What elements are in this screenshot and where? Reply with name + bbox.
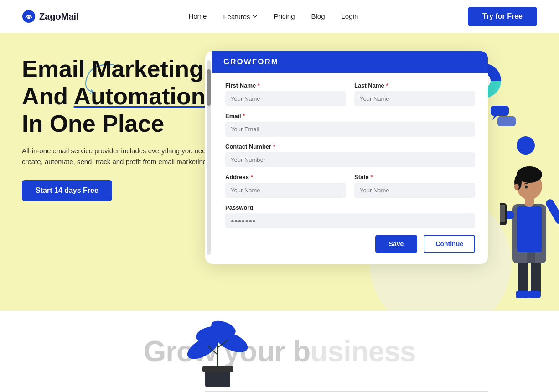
form-body: First Name * Last Name * [212,73,488,264]
save-button[interactable]: Save [375,235,418,253]
svg-rect-22 [517,206,542,252]
plant-illustration [178,311,255,392]
svg-point-32 [525,186,528,189]
password-input[interactable] [225,213,475,228]
address-input[interactable] [225,183,346,198]
svg-rect-18 [516,291,529,298]
form-group-first-name: First Name * [225,82,346,106]
password-label: Password [225,204,475,211]
address-required: * [251,174,253,181]
svg-rect-9 [497,116,516,126]
state-input[interactable] [354,183,475,198]
deco-person-illustration [500,127,559,302]
address-label: Address * [225,174,346,181]
svg-rect-16 [518,259,528,295]
logo[interactable]: ZagoMail [22,10,79,23]
nav-features[interactable]: Features [223,13,257,21]
contact-required: * [273,143,275,150]
logo-text: ZagoMail [39,11,79,22]
state-required: * [370,174,373,181]
form-group-last-name: Last Name * [354,82,475,106]
form-group-contact: Contact Number * [225,143,475,167]
form-inner: GROWFORM First Name * [212,51,488,264]
navbar: ZagoMail Home Features Pricing Blog Logi… [0,0,559,33]
form-group-email: Email * [225,113,475,137]
last-name-label: Last Name * [354,82,475,89]
nav-pricing[interactable]: Pricing [274,12,295,20]
svg-point-31 [514,184,519,190]
form-actions: Save Continue [225,235,475,253]
svg-marker-8 [492,116,497,120]
first-name-label: First Name * [225,82,346,89]
form-group-address: Address * [225,174,346,198]
email-required: * [243,113,245,119]
svg-rect-34 [202,366,233,372]
svg-point-1 [27,16,30,19]
svg-rect-17 [531,259,541,295]
form-group-state: State * [354,174,475,198]
contact-label: Contact Number * [225,143,475,150]
start-free-button[interactable]: Start 14 days Free [22,180,112,201]
form-row-address: Address * State * [225,174,475,198]
first-name-required: * [258,82,260,89]
form-row-name: First Name * Last Name * [225,82,475,106]
try-for-free-button[interactable]: Try for Free [468,7,537,26]
nav-links: Home Features Pricing Blog Login [188,12,358,21]
nav-home[interactable]: Home [188,12,207,20]
chevron-down-icon [252,14,258,19]
email-input[interactable] [225,122,475,137]
form-row-contact: Contact Number * [225,143,475,167]
form-row-password: Password [225,204,475,228]
deco-chat-bubbles [491,103,518,128]
form-header: GROWFORM [212,51,488,73]
form-mockup: GROWFORM First Name * [205,51,488,264]
form-group-password: Password [225,204,475,228]
continue-button[interactable]: Continue [424,235,475,253]
first-name-input[interactable] [225,91,346,106]
last-name-input[interactable] [354,91,475,106]
form-scrollbar-thumb [207,69,211,106]
last-name-required: * [386,82,388,89]
hero-section: Email Marketing And Automation In One Pl… [0,33,559,311]
hero-title-automation: Automation [74,83,206,109]
svg-rect-19 [528,291,541,298]
svg-rect-25 [500,205,505,222]
contact-input[interactable] [225,152,475,167]
form-row-email: Email * [225,113,475,137]
nav-login[interactable]: Login [342,12,358,20]
logo-icon [22,10,36,23]
email-label: Email * [225,113,475,119]
svg-rect-7 [491,106,509,116]
form-scrollbar[interactable] [207,60,211,255]
grow-section: Grow your business [0,311,559,392]
svg-rect-26 [544,198,559,226]
state-label: State * [354,174,475,181]
hero-description: All-in-one email service provider includ… [22,145,218,167]
nav-blog[interactable]: Blog [311,12,325,20]
